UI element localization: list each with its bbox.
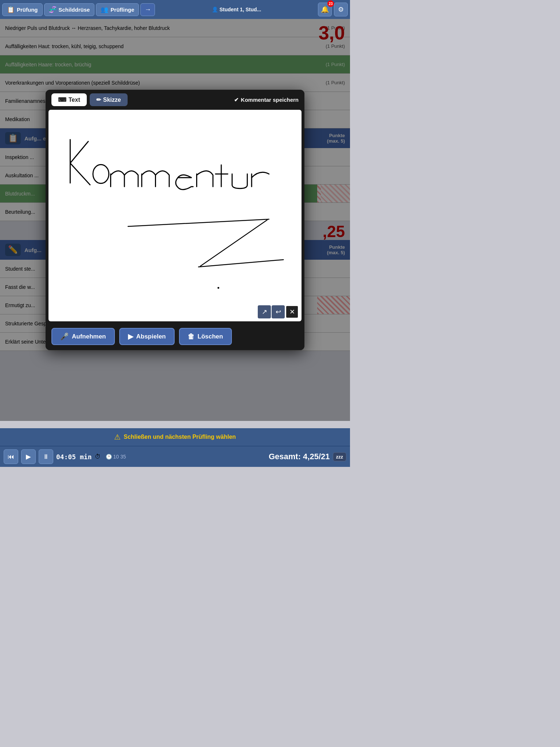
nav-tab-schilddruese[interactable]: 🧬 Schilddrüse — [44, 3, 95, 16]
total-score: Gesamt: 4,25/21 — [269, 452, 330, 461]
nav-tab-pruefung-label: Prüfung — [17, 7, 38, 13]
nav-icon-group: 🔔 23 ⚙ — [318, 3, 348, 16]
footer: ⏮ ▶ ⏸ 04:05 min ⏱ 🕐 10 35 Gesamt: 4,25/2… — [0, 446, 350, 467]
settings-btn[interactable]: ⚙ — [334, 3, 348, 16]
svg-point-0 — [93, 165, 109, 183]
nav-tab-schilddruese-label: Schilddrüse — [59, 7, 90, 13]
handwriting-svg — [48, 110, 302, 321]
clock-icon: 🕐 — [106, 454, 113, 460]
nav-tab-prueflinge-label: Prüflinge — [110, 7, 134, 13]
modal-tab-text[interactable]: ⌨ Text — [51, 93, 87, 106]
main-content: 3,0 Niedriger Puls und Blutdruck ↔ Herzr… — [0, 19, 350, 421]
bottom-status-bar[interactable]: ⚠ Schließen und nächsten Prüfling wählen — [0, 428, 350, 446]
timer-icon: ⏱ — [95, 453, 101, 460]
nav-tab-pruefung[interactable]: 📋 Prüfung — [2, 3, 43, 16]
nav-user-label: 👤 Student 1, Stud... — [156, 7, 316, 12]
modal-header: ⌨ Text ✏ Skizze ✔ Kommentar speichern — [46, 90, 304, 110]
modal-footer: 🎤 Aufnehmen ▶ Abspielen 🗑 Löschen — [46, 324, 304, 350]
checkmark-icon: ✔ — [234, 97, 239, 103]
clipboard-icon: 📋 — [7, 6, 15, 13]
play-btn[interactable]: ▶ Abspielen — [119, 328, 175, 345]
sleep-btn[interactable]: zzz — [333, 452, 347, 461]
total-value: 4,25/21 — [303, 452, 330, 461]
expand-btn[interactable]: ↗ — [258, 305, 271, 318]
notification-count: 23 — [327, 0, 334, 7]
nav-tab-prueflinge[interactable]: 👥 Prüflinge — [96, 3, 139, 16]
warning-icon: ⚠ — [114, 433, 121, 441]
modal-overlay: ⌨ Text ✏ Skizze ✔ Kommentar speichern — [0, 19, 350, 421]
svg-point-1 — [217, 287, 219, 289]
close-modal-btn[interactable]: ✕ — [285, 305, 299, 318]
timer-display: 04:05 min — [56, 453, 92, 461]
undo-btn[interactable]: ↩ — [272, 305, 285, 318]
clock-display: 🕐 10 35 — [106, 454, 126, 460]
comment-modal: ⌨ Text ✏ Skizze ✔ Kommentar speichern — [46, 90, 304, 350]
play-icon: ▶ — [128, 332, 133, 341]
pause-btn[interactable]: ⏸ — [39, 449, 53, 464]
microphone-icon: 🎤 — [60, 332, 69, 341]
keyboard-icon: ⌨ — [58, 96, 66, 103]
total-label: Gesamt: — [269, 452, 301, 461]
thyroid-icon: 🧬 — [49, 6, 57, 13]
user-icon: 👤 — [212, 7, 219, 12]
nav-arrow-btn[interactable]: → — [140, 3, 155, 16]
play-footer-btn[interactable]: ▶ — [21, 449, 36, 464]
trash-icon: 🗑 — [188, 333, 195, 341]
top-navigation: 📋 Prüfung 🧬 Schilddrüse 👥 Prüflinge → 👤 … — [0, 0, 350, 19]
save-comment-btn[interactable]: ✔ Kommentar speichern — [234, 97, 299, 103]
record-btn[interactable]: 🎤 Aufnehmen — [51, 328, 115, 345]
delete-btn[interactable]: 🗑 Löschen — [179, 328, 232, 345]
prev-btn[interactable]: ⏮ — [4, 449, 18, 464]
group-icon: 👥 — [101, 6, 108, 13]
canvas-corner-btns: ↗ ↩ ✕ — [258, 305, 299, 318]
notification-badge-container: 🔔 23 — [318, 3, 332, 16]
pencil-icon: ✏ — [96, 96, 101, 103]
modal-tab-sketch[interactable]: ✏ Skizze — [90, 93, 128, 106]
sketch-canvas[interactable]: ↗ ↩ ✕ — [48, 110, 302, 321]
